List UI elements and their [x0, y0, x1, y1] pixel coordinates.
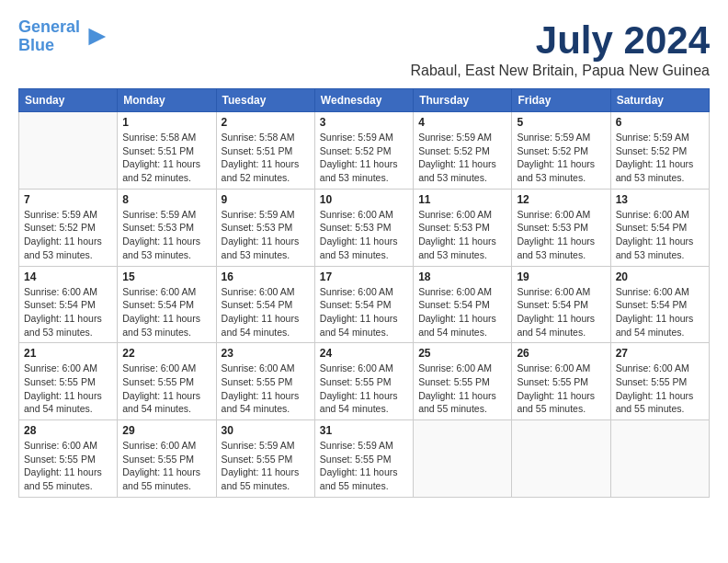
day-number: 29 — [122, 424, 210, 437]
daylight-minutes: and 55 minutes. — [122, 480, 191, 491]
sunset-label: Sunset: 5:55 PM — [122, 454, 194, 465]
day-cell: 22 Sunrise: 6:00 AM Sunset: 5:55 PM Dayl… — [118, 343, 216, 420]
day-cell: 23 Sunrise: 6:00 AM Sunset: 5:55 PM Dayl… — [216, 343, 314, 420]
sunrise-label: Sunrise: 5:59 AM — [24, 209, 97, 220]
sunrise-label: Sunrise: 5:59 AM — [616, 132, 689, 143]
day-number: 8 — [122, 193, 210, 206]
day-info: Sunrise: 5:59 AM Sunset: 5:53 PM Dayligh… — [122, 208, 210, 262]
daylight-minutes: and 55 minutes. — [222, 480, 290, 491]
sunrise-label: Sunrise: 6:00 AM — [616, 209, 689, 220]
week-row-3: 14 Sunrise: 6:00 AM Sunset: 5:54 PM Dayl… — [19, 266, 710, 343]
sunrise-label: Sunrise: 6:00 AM — [418, 362, 492, 373]
daylight-label: Daylight: 11 hours — [517, 390, 595, 401]
day-cell: 6 Sunrise: 5:59 AM Sunset: 5:52 PM Dayli… — [610, 112, 709, 190]
day-cell: 18 Sunrise: 6:00 AM Sunset: 5:54 PM Dayl… — [414, 266, 512, 343]
day-number: 3 — [320, 116, 408, 129]
daylight-minutes: and 53 minutes. — [222, 249, 290, 260]
sunrise-label: Sunrise: 6:00 AM — [222, 362, 295, 373]
title-section: July 2024 Rabaul, East New Britain, Papu… — [410, 18, 710, 79]
sunrise-label: Sunrise: 5:59 AM — [320, 132, 393, 143]
daylight-label: Daylight: 11 hours — [418, 313, 496, 324]
daylight-minutes: and 54 minutes. — [320, 403, 389, 414]
day-number: 28 — [24, 424, 112, 437]
week-row-1: 1 Sunrise: 5:58 AM Sunset: 5:51 PM Dayli… — [19, 112, 710, 190]
day-info: Sunrise: 6:00 AM Sunset: 5:54 PM Dayligh… — [320, 285, 408, 339]
day-cell: 29 Sunrise: 6:00 AM Sunset: 5:55 PM Dayl… — [118, 420, 216, 498]
daylight-label: Daylight: 11 hours — [517, 158, 595, 169]
sunset-label: Sunset: 5:54 PM — [222, 299, 293, 310]
day-number: 30 — [222, 424, 310, 437]
sunrise-label: Sunrise: 6:00 AM — [320, 286, 393, 297]
day-cell: 1 Sunrise: 5:58 AM Sunset: 5:51 PM Dayli… — [118, 112, 216, 190]
daylight-label: Daylight: 11 hours — [616, 236, 694, 247]
day-cell: 10 Sunrise: 6:00 AM Sunset: 5:53 PM Dayl… — [314, 189, 413, 266]
daylight-minutes: and 53 minutes. — [517, 249, 586, 260]
day-info: Sunrise: 5:59 AM Sunset: 5:52 PM Dayligh… — [616, 131, 704, 185]
sunset-label: Sunset: 5:53 PM — [222, 222, 293, 233]
day-info: Sunrise: 6:00 AM Sunset: 5:55 PM Dayligh… — [122, 362, 210, 416]
daylight-label: Daylight: 11 hours — [24, 313, 102, 324]
day-info: Sunrise: 6:00 AM Sunset: 5:55 PM Dayligh… — [24, 362, 112, 416]
daylight-label: Daylight: 11 hours — [122, 390, 200, 401]
sunset-label: Sunset: 5:55 PM — [418, 376, 490, 387]
sunset-label: Sunset: 5:54 PM — [616, 299, 688, 310]
col-wednesday: Wednesday — [314, 89, 413, 112]
sunrise-label: Sunrise: 5:59 AM — [517, 132, 590, 143]
col-friday: Friday — [512, 89, 610, 112]
location-title: Rabaul, East New Britain, Papua New Guin… — [410, 63, 710, 79]
daylight-label: Daylight: 11 hours — [418, 236, 496, 247]
day-number: 26 — [517, 347, 605, 360]
day-cell — [414, 420, 512, 498]
sunrise-label: Sunrise: 6:00 AM — [222, 286, 295, 297]
sunset-label: Sunset: 5:55 PM — [24, 376, 96, 387]
sunrise-label: Sunrise: 6:00 AM — [517, 286, 590, 297]
sunrise-label: Sunrise: 6:00 AM — [24, 286, 97, 297]
sunrise-label: Sunrise: 6:00 AM — [616, 362, 689, 373]
day-number: 24 — [320, 347, 408, 360]
daylight-label: Daylight: 11 hours — [616, 313, 694, 324]
day-number: 2 — [222, 116, 310, 129]
daylight-label: Daylight: 11 hours — [122, 313, 200, 324]
sunrise-label: Sunrise: 6:00 AM — [320, 209, 393, 220]
day-cell: 12 Sunrise: 6:00 AM Sunset: 5:53 PM Dayl… — [512, 189, 610, 266]
day-cell: 27 Sunrise: 6:00 AM Sunset: 5:55 PM Dayl… — [610, 343, 709, 420]
day-cell: 3 Sunrise: 5:59 AM Sunset: 5:52 PM Dayli… — [314, 112, 413, 190]
daylight-label: Daylight: 11 hours — [222, 313, 300, 324]
sunset-label: Sunset: 5:53 PM — [320, 222, 392, 233]
sunset-label: Sunset: 5:55 PM — [122, 376, 194, 387]
month-title: July 2024 — [410, 18, 710, 63]
sunset-label: Sunset: 5:55 PM — [222, 454, 293, 465]
day-number: 13 — [616, 193, 704, 206]
day-info: Sunrise: 6:00 AM Sunset: 5:55 PM Dayligh… — [418, 362, 506, 416]
daylight-label: Daylight: 11 hours — [616, 158, 694, 169]
day-cell: 15 Sunrise: 6:00 AM Sunset: 5:54 PM Dayl… — [118, 266, 216, 343]
sunset-label: Sunset: 5:54 PM — [616, 222, 688, 233]
day-cell — [610, 420, 709, 498]
sunrise-label: Sunrise: 5:59 AM — [122, 209, 196, 220]
day-number: 21 — [24, 347, 112, 360]
day-number: 4 — [418, 116, 506, 129]
sunrise-label: Sunrise: 5:58 AM — [122, 132, 196, 143]
day-info: Sunrise: 5:59 AM Sunset: 5:52 PM Dayligh… — [320, 131, 408, 185]
day-cell: 4 Sunrise: 5:59 AM Sunset: 5:52 PM Dayli… — [414, 112, 512, 190]
day-number: 1 — [122, 116, 210, 129]
day-cell: 26 Sunrise: 6:00 AM Sunset: 5:55 PM Dayl… — [512, 343, 610, 420]
sunrise-label: Sunrise: 6:00 AM — [418, 209, 492, 220]
day-number: 10 — [320, 193, 408, 206]
week-row-5: 28 Sunrise: 6:00 AM Sunset: 5:55 PM Dayl… — [19, 420, 710, 498]
sunset-label: Sunset: 5:52 PM — [517, 145, 588, 156]
daylight-minutes: and 53 minutes. — [24, 327, 93, 338]
daylight-label: Daylight: 11 hours — [24, 236, 102, 247]
day-number: 25 — [418, 347, 506, 360]
day-number: 22 — [122, 347, 210, 360]
daylight-minutes: and 55 minutes. — [517, 403, 586, 414]
day-number: 15 — [122, 270, 210, 283]
day-number: 31 — [320, 424, 408, 437]
daylight-label: Daylight: 11 hours — [222, 390, 300, 401]
logo-icon — [82, 24, 108, 50]
day-number: 14 — [24, 270, 112, 283]
daylight-label: Daylight: 11 hours — [222, 236, 300, 247]
daylight-label: Daylight: 11 hours — [320, 466, 398, 477]
sunrise-label: Sunrise: 6:00 AM — [616, 286, 689, 297]
daylight-minutes: and 54 minutes. — [222, 327, 290, 338]
